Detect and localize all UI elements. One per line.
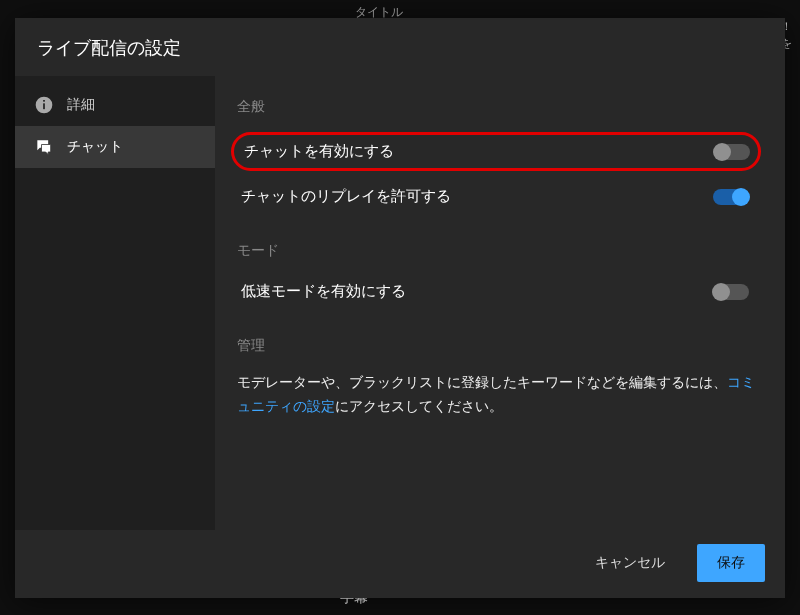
setting-enable-chat: チャットを有効にする (231, 132, 761, 171)
chat-icon (33, 136, 55, 158)
section-title-mode: モード (237, 242, 757, 260)
save-button[interactable]: 保存 (697, 544, 765, 582)
sidebar-item-label: 詳細 (67, 96, 95, 114)
setting-label: チャットを有効にする (244, 142, 394, 161)
dialog-title: ライブ配信の設定 (15, 18, 785, 76)
setting-label: 低速モードを有効にする (241, 282, 406, 301)
sidebar-item-label: チャット (67, 138, 123, 156)
cancel-button[interactable]: キャンセル (583, 546, 677, 580)
svg-rect-1 (43, 103, 45, 109)
section-title-manage: 管理 (237, 337, 757, 355)
sidebar-item-details[interactable]: 詳細 (15, 84, 215, 126)
svg-rect-2 (43, 100, 45, 102)
manage-description: モデレーターや、ブラックリストに登録したキーワードなどを編集するには、コミュニテ… (237, 371, 757, 419)
setting-slow-mode: 低速モードを有効にする (237, 276, 757, 307)
section-title-general: 全般 (237, 98, 757, 116)
dialog-sidebar: 詳細 チャット (15, 76, 215, 530)
sidebar-item-chat[interactable]: チャット (15, 126, 215, 168)
info-icon (33, 94, 55, 116)
toggle-slow-mode[interactable] (713, 284, 749, 300)
setting-allow-replay: チャットのリプレイを許可する (237, 181, 757, 212)
toggle-enable-chat[interactable] (714, 144, 750, 160)
settings-dialog: ライブ配信の設定 詳細 チャット 全般 チャットを有効にする (15, 18, 785, 598)
toggle-allow-replay[interactable] (713, 189, 749, 205)
setting-label: チャットのリプレイを許可する (241, 187, 451, 206)
dialog-footer: キャンセル 保存 (15, 530, 785, 598)
dialog-content: 全般 チャットを有効にする チャットのリプレイを許可する モード 低速モードを有… (215, 76, 785, 530)
